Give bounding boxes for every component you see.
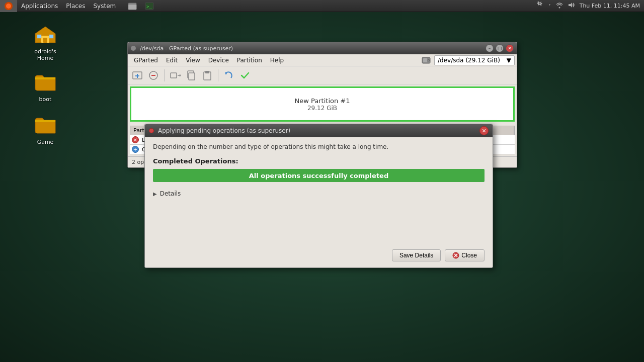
- home-folder-icon: [33, 22, 57, 46]
- svg-rect-14: [423, 58, 427, 62]
- svg-marker-29: [225, 72, 227, 75]
- taskbar-wifi-icon[interactable]: [555, 2, 564, 10]
- svg-point-7: [558, 7, 560, 9]
- taskbar-volume-icon[interactable]: [568, 2, 576, 10]
- svg-rect-10: [43, 38, 47, 43]
- gparted-titlebar: /dev/sda - GParted (as superuser) – □ ✕: [128, 42, 517, 54]
- svg-rect-3: [128, 5, 136, 10]
- home-icon-label: odroid's Home: [27, 48, 63, 61]
- titlebar-dot: [131, 46, 136, 51]
- toolbar-new-btn[interactable]: [130, 68, 145, 82]
- maximize-button[interactable]: □: [496, 44, 504, 52]
- close-button[interactable]: ✕: [506, 44, 514, 52]
- partition-display: New Partition #1 29.12 GiB: [130, 86, 515, 122]
- partition-size: 29.12 GiB: [307, 105, 337, 112]
- svg-point-16: [428, 60, 429, 61]
- menu-view[interactable]: View: [182, 56, 204, 65]
- save-details-label: Save Details: [399, 252, 433, 259]
- toolbar-undo-btn[interactable]: [221, 68, 236, 82]
- dialog-footer: Save Details Close: [145, 245, 493, 267]
- menu-help[interactable]: Help: [266, 56, 288, 65]
- progress-bar: All operations successfully completed: [153, 169, 485, 182]
- taskbar-left: Applications Places System >_: [0, 0, 158, 12]
- taskbar-apps: >_: [124, 0, 158, 12]
- dialog-title: Applying pending operations (as superuse…: [158, 127, 290, 134]
- taskbar-menu-applications[interactable]: Applications: [17, 0, 62, 12]
- details-label: Details: [160, 190, 181, 197]
- minimize-button[interactable]: –: [486, 44, 494, 52]
- toolbar-separator-1: [164, 69, 165, 81]
- svg-marker-8: [569, 3, 572, 8]
- dialog-close-x-button[interactable]: ✕: [479, 126, 489, 135]
- applying-operations-dialog: Applying pending operations (as superuse…: [144, 124, 493, 268]
- taskbar-time: Thu Feb 11, 11:45 AM: [580, 3, 640, 9]
- game-folder-icon: [33, 113, 57, 137]
- taskbar-menu-places[interactable]: Places: [62, 0, 89, 12]
- toolbar-delete-btn[interactable]: [146, 68, 161, 82]
- taskbar-terminal-btn[interactable]: >_: [141, 0, 158, 12]
- desktop-icon-game[interactable]: Game: [25, 111, 65, 147]
- dialog-title-dot: [149, 128, 154, 133]
- toolbar-paste-btn[interactable]: [200, 68, 215, 82]
- boot-icon-label: boot: [39, 96, 52, 103]
- svg-rect-11: [37, 35, 41, 38]
- details-section[interactable]: ▶ Details: [153, 188, 485, 199]
- dialog-spacer: [145, 205, 493, 245]
- disk-icon: [421, 55, 431, 65]
- save-details-button[interactable]: Save Details: [392, 249, 441, 261]
- progress-bar-text: All operations successfully completed: [249, 172, 388, 179]
- taskbar: Applications Places System >_: [0, 0, 644, 12]
- svg-text:>_: >_: [146, 4, 152, 9]
- desktop-icon-home[interactable]: odroid's Home: [25, 20, 65, 63]
- close-dialog-label: Close: [461, 252, 477, 259]
- device-icon-area: [421, 55, 431, 65]
- gparted-toolbar: [128, 66, 517, 84]
- toolbar-separator-2: [218, 69, 218, 81]
- ops-icon-create: +: [132, 146, 139, 153]
- device-dropdown[interactable]: /dev/sda (29.12 GiB) ▼: [434, 55, 515, 65]
- device-selector: /dev/sda (29.12 GiB) ▼: [421, 55, 515, 65]
- svg-point-6: [539, 3, 540, 5]
- dialog-body: Depending on the number and type of oper…: [145, 137, 493, 205]
- svg-marker-24: [180, 74, 181, 77]
- menu-partition[interactable]: Partition: [233, 56, 266, 65]
- dropdown-arrow-icon: ▼: [507, 57, 511, 64]
- svg-rect-12: [49, 35, 53, 38]
- gparted-title: /dev/sda - GParted (as superuser): [140, 45, 486, 52]
- svg-rect-28: [205, 71, 209, 73]
- toolbar-apply-btn[interactable]: [237, 68, 253, 82]
- svg-rect-22: [171, 73, 177, 78]
- taskbar-settings-icon[interactable]: [536, 1, 544, 11]
- game-icon-label: Game: [37, 139, 54, 145]
- gparted-menubar: GParted Edit View Device Partition Help …: [128, 54, 517, 66]
- completed-operations-label: Completed Operations:: [153, 157, 485, 165]
- toolbar-copy-btn[interactable]: [184, 68, 199, 82]
- close-icon: [452, 252, 459, 259]
- desktop-icon-boot[interactable]: boot: [25, 68, 65, 105]
- close-dialog-button[interactable]: Close: [445, 249, 485, 261]
- partition-name: New Partition #1: [295, 97, 350, 105]
- ops-icon-delete: ✕: [132, 136, 139, 143]
- svg-rect-26: [189, 73, 195, 80]
- taskbar-right: ⎖ Thu Feb 11, 11:45 AM: [536, 1, 644, 11]
- dialog-subtitle: Depending on the number and type of oper…: [153, 143, 485, 150]
- details-arrow-icon: ▶: [153, 191, 157, 197]
- boot-folder-icon: [33, 70, 57, 94]
- taskbar-bluetooth-icon[interactable]: ⎖: [548, 3, 551, 10]
- toolbar-resize-btn[interactable]: [168, 68, 183, 82]
- menu-edit[interactable]: Edit: [162, 56, 182, 65]
- menu-device[interactable]: Device: [204, 56, 233, 65]
- menu-gparted[interactable]: GParted: [130, 56, 162, 65]
- window-controls: – □ ✕: [486, 44, 514, 52]
- dialog-titlebar: Applying pending operations (as superuse…: [145, 124, 493, 137]
- svg-point-1: [6, 4, 11, 9]
- taskbar-logo[interactable]: [0, 0, 17, 12]
- taskbar-menu-system[interactable]: System: [89, 0, 120, 12]
- taskbar-filemanager-btn[interactable]: [124, 0, 141, 12]
